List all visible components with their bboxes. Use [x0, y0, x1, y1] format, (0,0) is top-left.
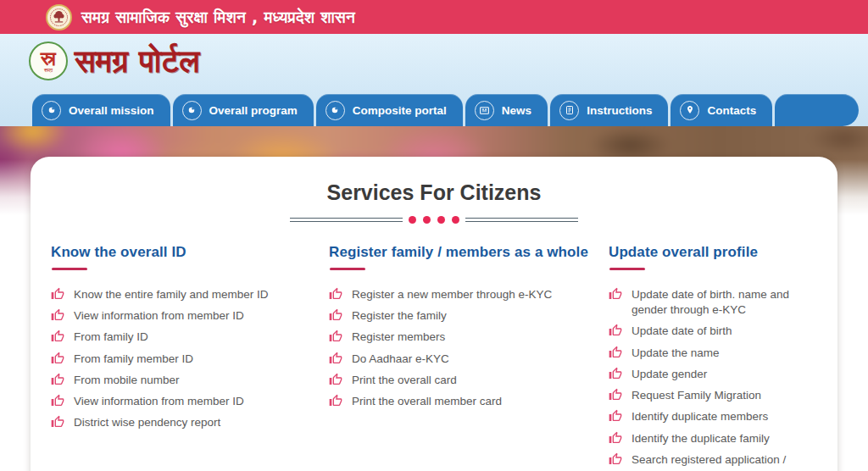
service-link-text[interactable]: Request Family Migration — [632, 389, 761, 402]
service-link[interactable]: Do Aadhaar e-KYC — [329, 352, 556, 367]
service-link[interactable]: Register members — [329, 330, 556, 345]
service-link[interactable]: Update date of birth. name and gender th… — [609, 287, 817, 318]
service-link-text[interactable]: Know the entire family and member ID — [74, 288, 269, 301]
mp-government-emblem-icon — [46, 4, 72, 30]
column-register-family: Register family / members as a whole Reg… — [329, 244, 609, 471]
portal-logo[interactable]: स्र समग्र समग्र पोर्टल — [29, 42, 199, 80]
service-link-list: Know the entire family and member ID Vie… — [51, 287, 329, 431]
service-link-text[interactable]: From family member ID — [74, 352, 193, 365]
samagra-logo-icon: स्र समग्र — [29, 42, 68, 80]
nav-label: News — [502, 104, 531, 117]
nav-label: Overall mission — [69, 104, 154, 117]
service-link-text[interactable]: Update gender — [632, 368, 707, 380]
service-link-list: Update date of birth. name and gender th… — [609, 287, 817, 471]
divider-dot — [437, 216, 445, 224]
nav-overall-program[interactable]: Overall program — [173, 94, 314, 126]
service-link[interactable]: Know the entire family and member ID — [51, 287, 278, 302]
service-columns: Know the overall ID Know the entire fami… — [51, 244, 817, 471]
service-link[interactable]: Identify duplicate members — [609, 409, 817, 424]
thumbs-up-icon — [609, 367, 622, 380]
thumbs-up-icon — [51, 352, 64, 365]
thumbs-up-icon — [51, 415, 64, 429]
service-link[interactable]: District wise pendency report — [51, 415, 278, 430]
service-link-text[interactable]: Identify the duplicate family — [632, 432, 770, 445]
thumbs-up-icon — [609, 431, 622, 445]
nav-overall-mission[interactable]: Overall mission — [32, 94, 170, 126]
service-link[interactable]: Update the name — [609, 346, 817, 361]
nav-instructions[interactable]: Instructions — [550, 94, 668, 126]
column-update-profile: Update overall profile Update date of bi… — [609, 244, 817, 471]
service-link-text[interactable]: View information from member ID — [74, 395, 244, 407]
service-link[interactable]: Register a new member through e-KYC — [329, 287, 556, 302]
nav-contacts[interactable]: Contacts — [670, 94, 772, 126]
divider-dot — [409, 216, 416, 224]
service-link-text[interactable]: District wise pendency report — [74, 416, 220, 429]
service-link[interactable]: From mobile number — [51, 373, 278, 388]
newspaper-icon — [475, 101, 494, 120]
thumbs-up-icon — [51, 308, 64, 322]
divider-line — [465, 218, 578, 222]
column-heading: Register family / members as a whole — [329, 244, 609, 261]
target-icon — [326, 101, 345, 120]
heading-underline — [330, 268, 365, 270]
nav-composite-portal[interactable]: Composite portal — [316, 94, 463, 126]
nav-news[interactable]: News — [465, 94, 548, 126]
nav-filler-bar — [775, 94, 859, 126]
service-link-text[interactable]: Register members — [352, 330, 445, 343]
service-link[interactable]: Print the overall card — [329, 373, 556, 388]
service-link[interactable]: View information from member ID — [51, 394, 278, 409]
thumbs-up-icon — [329, 287, 342, 301]
service-link-text[interactable]: From family ID — [74, 330, 148, 343]
service-link[interactable]: Request Family Migration — [609, 388, 817, 403]
document-list-icon — [559, 101, 579, 120]
thumbs-up-icon — [329, 308, 342, 322]
service-link[interactable]: Print the overall member card — [329, 394, 556, 409]
top-bar: समग्र सामाजिक सुरक्षा मिशन , मध्यप्रदेश … — [0, 0, 868, 34]
heading-underline — [609, 268, 645, 270]
thumbs-up-icon — [609, 287, 622, 301]
title-divider — [51, 216, 817, 224]
service-link-text[interactable]: View information from member ID — [74, 309, 244, 322]
service-link-text[interactable]: Search registered application / request … — [632, 453, 786, 471]
service-link[interactable]: Search registered application / request … — [609, 452, 817, 471]
mission-title: समग्र सामाजिक सुरक्षा मिशन , मध्यप्रदेश … — [81, 8, 355, 27]
service-link-text[interactable]: Update date of birth — [632, 324, 732, 337]
thumbs-up-icon — [329, 352, 342, 365]
nav-label: Contacts — [707, 104, 756, 117]
service-link-text[interactable]: Print the overall card — [352, 374, 457, 386]
service-link-list: Register a new member through e-KYC Regi… — [329, 287, 609, 409]
heading-underline — [52, 268, 87, 270]
page: समग्र सामाजिक सुरक्षा मिशन , मध्यप्रदेश … — [0, 0, 868, 471]
samagra-logo-glyph: स्र — [41, 49, 56, 68]
service-link[interactable]: Update date of birth — [609, 324, 817, 339]
thumbs-up-icon — [51, 287, 64, 301]
service-link[interactable]: Register the family — [329, 308, 556, 324]
services-card: Services For Citizens Know the overall I… — [31, 157, 837, 471]
service-link-text[interactable]: Update the name — [632, 346, 720, 359]
page-title: Services For Citizens — [51, 180, 817, 205]
service-link-text[interactable]: Do Aadhaar e-KYC — [352, 352, 449, 365]
service-link[interactable]: View information from member ID — [51, 308, 278, 324]
service-link[interactable]: Identify the duplicate family — [609, 431, 817, 446]
service-link[interactable]: From family member ID — [51, 352, 278, 367]
thumbs-up-icon — [51, 394, 64, 407]
thumbs-up-icon — [609, 409, 622, 423]
service-link-text[interactable]: From mobile number — [74, 374, 180, 386]
thumbs-up-icon — [51, 330, 64, 343]
service-link[interactable]: Update gender — [609, 367, 817, 382]
column-heading: Know the overall ID — [51, 244, 329, 261]
divider-line — [290, 218, 403, 222]
nav-label: Instructions — [587, 104, 652, 117]
portal-header: स्र समग्र समग्र पोर्टल Overall mission O… — [0, 34, 868, 126]
target-icon — [182, 101, 202, 120]
thumbs-up-icon — [51, 373, 64, 386]
service-link-text[interactable]: Register the family — [352, 309, 447, 322]
divider-dot — [452, 216, 459, 224]
service-link[interactable]: From family ID — [51, 330, 278, 345]
service-link-text[interactable]: Print the overall member card — [352, 395, 502, 407]
samagra-logo-subtext: समग्र — [44, 68, 53, 73]
nav-label: Overall program — [209, 104, 298, 117]
service-link-text[interactable]: Update date of birth. name and gender th… — [632, 288, 789, 316]
service-link-text[interactable]: Register a new member through e-KYC — [352, 288, 552, 301]
service-link-text[interactable]: Identify duplicate members — [632, 410, 768, 423]
